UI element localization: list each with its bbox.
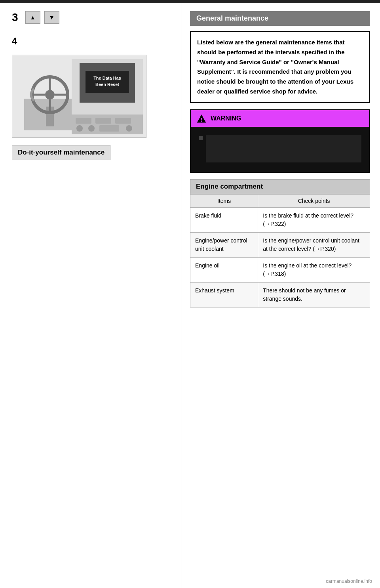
warning-bullet — [199, 136, 203, 140]
svg-rect-15 — [95, 118, 111, 124]
engine-compartment-header: Engine compartment — [190, 179, 370, 194]
warning-header-bar: ! WARNING — [191, 110, 369, 127]
general-maintenance-header: General maintenance — [190, 11, 370, 26]
diy-header: Do-it-yourself maintenance — [12, 145, 110, 160]
nav-down-button[interactable]: ▼ — [44, 11, 59, 24]
svg-rect-16 — [115, 118, 131, 124]
warning-text-redacted — [206, 135, 361, 162]
table-item-cell: Engine oil — [190, 257, 258, 282]
info-box-text: Listed below are the general maintenance… — [197, 39, 353, 95]
table-row: Exhaust systemThere should not be any fu… — [190, 282, 370, 307]
steering-wheel-svg — [24, 67, 76, 130]
table-check-cell: Is the engine oil at the correct level? … — [258, 257, 370, 282]
table-col2-header: Check points — [258, 194, 370, 207]
top-bar — [0, 0, 380, 3]
svg-point-18 — [88, 125, 95, 132]
svg-text:!: ! — [201, 117, 202, 123]
chapter-number: 3 — [12, 11, 18, 24]
table-check-cell: Is the engine/power control unit coolant… — [258, 232, 370, 257]
table-item-cell: Engine/power control unit coolant — [190, 232, 258, 257]
watermark: carmanualsonline.info — [326, 578, 372, 584]
svg-point-20 — [126, 125, 132, 132]
center-console-svg: The Data Has Been Reset — [72, 59, 143, 134]
table-check-cell: Is the brake fluid at the correct level?… — [258, 207, 370, 232]
left-column: 3 ▲ ▼ 4 — [0, 3, 182, 588]
warning-body-content — [196, 132, 365, 167]
car-dashboard-image: The Data Has Been Reset — [12, 55, 146, 138]
section-number: 4 — [12, 36, 174, 47]
table-check-cell: There should not be any fumes or strange… — [258, 282, 370, 307]
general-maintenance-info-box: Listed below are the general maintenance… — [190, 31, 370, 103]
warning-triangle-icon: ! — [196, 113, 207, 124]
svg-rect-19 — [99, 125, 119, 132]
car-dashboard-illustration: The Data Has Been Reset — [12, 55, 146, 137]
warning-box: ! WARNING — [190, 109, 370, 173]
right-column: General maintenance Listed below are the… — [182, 3, 380, 588]
nav-down-icon: ▼ — [49, 14, 55, 21]
svg-rect-14 — [76, 118, 91, 124]
chapter-nav: 3 ▲ ▼ — [12, 11, 174, 24]
warning-body — [191, 127, 369, 172]
svg-text:The Data Has: The Data Has — [93, 76, 121, 80]
svg-text:Been Reset: Been Reset — [95, 82, 119, 87]
warning-label: WARNING — [211, 115, 241, 122]
table-row: Brake fluidIs the brake fluid at the cor… — [190, 207, 370, 232]
svg-point-17 — [76, 125, 83, 132]
nav-up-icon: ▲ — [30, 14, 36, 21]
nav-up-button[interactable]: ▲ — [25, 11, 40, 24]
maintenance-table: Items Check points Brake fluidIs the bra… — [190, 194, 370, 307]
table-col1-header: Items — [190, 194, 258, 207]
table-row: Engine oilIs the engine oil at the corre… — [190, 257, 370, 282]
table-row: Engine/power control unit coolantIs the … — [190, 232, 370, 257]
table-item-cell: Exhaust system — [190, 282, 258, 307]
svg-point-3 — [45, 90, 55, 99]
table-item-cell: Brake fluid — [190, 207, 258, 232]
